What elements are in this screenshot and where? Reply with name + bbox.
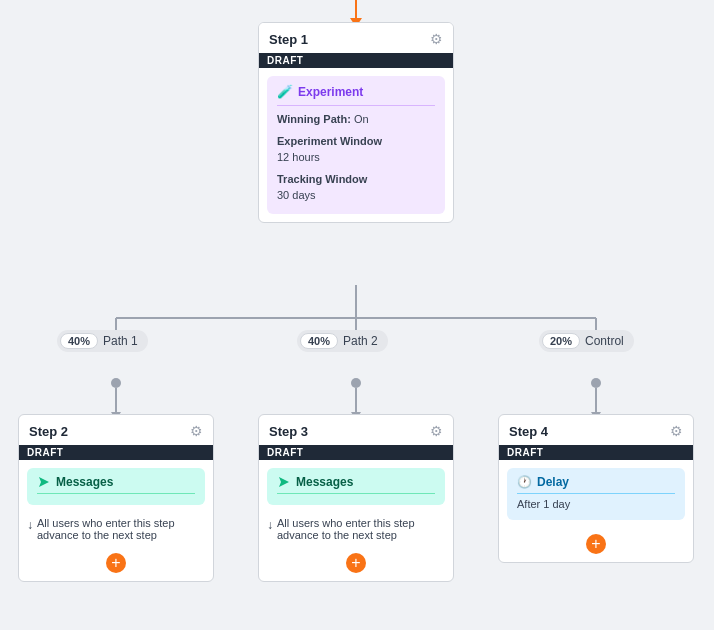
- advance-arrow-3: ↓: [267, 518, 273, 532]
- path1-label: Path 1: [103, 334, 138, 348]
- clock-icon: 🕐: [517, 475, 532, 489]
- svg-marker-6: [279, 477, 289, 487]
- winning-path-label: Winning Path:: [277, 113, 351, 125]
- experiment-detail: Winning Path: On Experiment Window 12 ho…: [277, 111, 435, 204]
- step4-header: Step 4 ⚙: [499, 415, 693, 445]
- experiment-window-label: Experiment Window: [277, 135, 382, 147]
- step4-delay-value: After 1 day: [517, 498, 675, 510]
- step2-header: Step 2 ⚙: [19, 415, 213, 445]
- step3-type-label: Messages: [296, 475, 353, 489]
- tracking-window-row: Tracking Window 30 days: [277, 171, 435, 204]
- step1-card: Step 1 ⚙ DRAFT 🧪 Experiment Winning Path…: [258, 22, 454, 223]
- dot-control: [591, 378, 601, 388]
- control-badge[interactable]: 20% Control: [539, 330, 634, 352]
- canvas: Step 1 ⚙ DRAFT 🧪 Experiment Winning Path…: [0, 0, 714, 630]
- step2-title: Step 2: [29, 424, 68, 439]
- step3-header: Step 3 ⚙: [259, 415, 453, 445]
- path2-label: Path 2: [343, 334, 378, 348]
- step2-add-btn[interactable]: +: [19, 547, 213, 581]
- step2-card: Step 2 ⚙ DRAFT Messages ↓ All users who …: [18, 414, 214, 582]
- step2-gear-icon[interactable]: ⚙: [190, 423, 203, 439]
- step3-plus-icon[interactable]: +: [346, 553, 366, 573]
- dot-path1: [111, 378, 121, 388]
- step4-plus-icon[interactable]: +: [586, 534, 606, 554]
- step3-body: All users who enter this step advance to…: [277, 517, 445, 541]
- step3-title: Step 3: [269, 424, 308, 439]
- tracking-window-label: Tracking Window: [277, 173, 367, 185]
- arrow-line-1: [115, 388, 117, 412]
- step4-title: Step 4: [509, 424, 548, 439]
- experiment-title: 🧪 Experiment: [277, 84, 435, 106]
- step2-messages-box: Messages: [27, 468, 205, 505]
- step2-advance-text: ↓ All users who enter this step advance …: [19, 513, 213, 547]
- path2-pct: 40%: [300, 333, 338, 349]
- control-pct: 20%: [542, 333, 580, 349]
- dot-path2: [351, 378, 361, 388]
- path1-pct: 40%: [60, 333, 98, 349]
- step3-messages-box: Messages: [267, 468, 445, 505]
- step2-messages-title: Messages: [37, 475, 195, 494]
- step1-title: Step 1: [269, 32, 308, 47]
- experiment-window-value: 12 hours: [277, 151, 320, 163]
- step4-gear-icon[interactable]: ⚙: [670, 423, 683, 439]
- step1-draft-badge: DRAFT: [259, 53, 453, 68]
- control-label: Control: [585, 334, 624, 348]
- arrow-line-3: [595, 388, 597, 412]
- step2-draft-badge: DRAFT: [19, 445, 213, 460]
- svg-marker-5: [39, 477, 49, 487]
- path1-badge[interactable]: 40% Path 1: [57, 330, 148, 352]
- winning-path-row: Winning Path: On: [277, 111, 435, 128]
- step1-gear-icon[interactable]: ⚙: [430, 31, 443, 47]
- tracking-window-value: 30 days: [277, 189, 316, 201]
- experiment-box: 🧪 Experiment Winning Path: On Experiment…: [267, 76, 445, 214]
- step4-add-btn[interactable]: +: [499, 528, 693, 562]
- send-icon-2: [37, 475, 51, 489]
- step4-card: Step 4 ⚙ DRAFT 🕐 Delay After 1 day +: [498, 414, 694, 563]
- arrow-line-2: [355, 388, 357, 412]
- advance-arrow-2: ↓: [27, 518, 33, 532]
- step2-plus-icon[interactable]: +: [106, 553, 126, 573]
- path2-badge[interactable]: 40% Path 2: [297, 330, 388, 352]
- beaker-icon: 🧪: [277, 84, 293, 99]
- step4-delay-box: 🕐 Delay After 1 day: [507, 468, 685, 520]
- step3-add-btn[interactable]: +: [259, 547, 453, 581]
- step4-draft-badge: DRAFT: [499, 445, 693, 460]
- winning-path-value: On: [354, 113, 369, 125]
- step3-gear-icon[interactable]: ⚙: [430, 423, 443, 439]
- send-icon-3: [277, 475, 291, 489]
- step3-messages-title: Messages: [277, 475, 435, 494]
- step1-header: Step 1 ⚙: [259, 23, 453, 53]
- step3-draft-badge: DRAFT: [259, 445, 453, 460]
- step3-card: Step 3 ⚙ DRAFT Messages ↓ All users who …: [258, 414, 454, 582]
- step3-advance-text: ↓ All users who enter this step advance …: [259, 513, 453, 547]
- step4-type-label: Delay: [537, 475, 569, 489]
- step2-type-label: Messages: [56, 475, 113, 489]
- top-arrow-line: [355, 0, 357, 18]
- experiment-window-row: Experiment Window 12 hours: [277, 133, 435, 166]
- experiment-label: Experiment: [298, 85, 363, 99]
- step2-body: All users who enter this step advance to…: [37, 517, 205, 541]
- step4-delay-title: 🕐 Delay: [517, 475, 675, 494]
